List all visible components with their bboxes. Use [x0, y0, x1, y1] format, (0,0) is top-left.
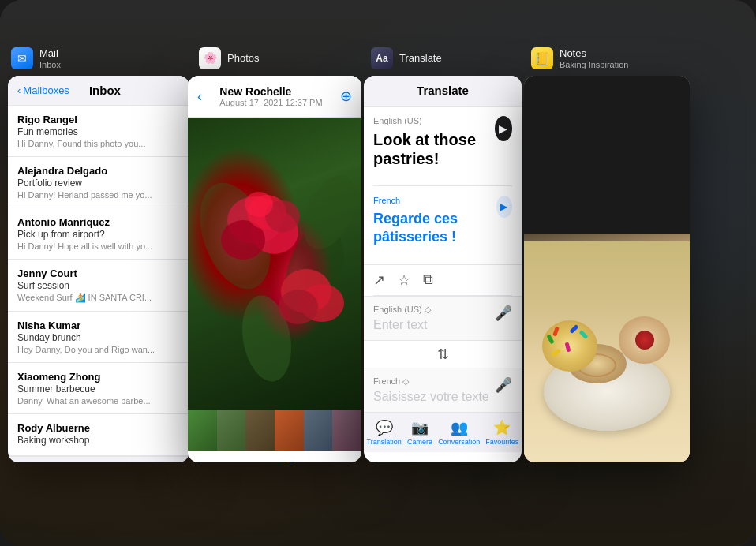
mail-item-5[interactable]: Xiaomeng Zhong Summer barbecue Danny, Wh…	[8, 363, 189, 414]
notes-app-icon: 📒	[531, 47, 553, 69]
photos-app-label: 🌸 Photos	[196, 47, 259, 69]
svg-point-11	[245, 192, 273, 217]
target-lang-label: French	[373, 196, 496, 205]
preview-4: Hey Danny, Do you and Rigo wan...	[17, 345, 180, 354]
cookie-jam	[619, 316, 670, 364]
mail-item-0[interactable]: Rigo Rangel Fun memories Hi Danny, Found…	[8, 106, 189, 157]
translate-actions: ↗ ☆ ⧉	[364, 264, 522, 295]
target-text: Regarde ces pâtisseries !	[373, 210, 496, 247]
notes-app-title-group: Notes Baking Inspiration	[560, 47, 628, 69]
translate-target-section: French Regarde ces pâtisseries ! ▶	[364, 186, 522, 264]
camera-tab-label: Camera	[407, 438, 432, 446]
translate-footer-tabs: 💬 Translation 📷 Camera 👥 Conversation ⭐ …	[364, 412, 522, 452]
thumbnail-4[interactable]	[275, 410, 304, 451]
swap-icon: ⇅	[437, 346, 449, 363]
photos-header: ‹ New Rochelle August 17, 2021 12:37 PM …	[188, 76, 361, 118]
share-button[interactable]: ⬆	[208, 460, 220, 462]
mail-inbox-title: Inbox	[89, 84, 121, 97]
notes-app-label: 📒 Notes Baking Inspiration	[528, 47, 628, 69]
subject-3: Surf session	[17, 280, 180, 291]
svg-point-14	[279, 290, 318, 324]
translation-tab-label: Translation	[367, 438, 402, 446]
sender-5: Xiaomeng Zhong	[17, 371, 180, 383]
notes-card[interactable]	[524, 76, 690, 462]
photos-location: New Rochelle	[219, 85, 322, 98]
thumbnail-3[interactable]	[245, 410, 275, 451]
heart-button[interactable]: ♡	[245, 460, 257, 462]
thumbnail-1[interactable]	[188, 410, 217, 451]
notes-title: Notes	[560, 47, 628, 60]
preview-2: Hi Danny! Hope all is well with yo...	[17, 241, 180, 251]
input-lang-label: English (US) ◇	[373, 305, 431, 315]
mail-title: Mail	[39, 47, 61, 60]
microphone-icon[interactable]: 🎤	[495, 305, 512, 322]
chevron-left-icon: ‹	[17, 84, 21, 96]
translate-app-wrapper[interactable]: Aa Translate Translate English (US) Look…	[368, 47, 522, 462]
subject-0: Fun memories	[17, 126, 180, 137]
translate-input-section[interactable]: English (US) ◇ Enter text 🎤	[364, 296, 522, 340]
translate-app-icon: Aa	[371, 47, 393, 69]
source-lang-label: English (US)	[373, 116, 495, 125]
mail-item-6[interactable]: Rody Albuerne Baking workshop	[8, 414, 189, 456]
swap-languages-button[interactable]: ⇅	[364, 340, 522, 368]
notes-app-wrapper[interactable]: 📒 Notes Baking Inspiration	[528, 47, 690, 462]
tab-favourites[interactable]: ⭐ Favourites	[485, 419, 518, 446]
notes-image	[524, 76, 690, 462]
mail-app-icon: ✉	[11, 47, 33, 69]
sender-6: Rody Albuerne	[17, 422, 180, 434]
cookie-sprinkles	[542, 320, 597, 372]
expand-icon[interactable]: ↗	[373, 271, 385, 289]
translate-header: Translate	[364, 76, 522, 107]
translate-card[interactable]: Translate English (US) Look at those pas…	[364, 76, 522, 462]
mail-card[interactable]: ‹ Mailboxes Inbox Rigo Rangel Fun memori…	[8, 76, 189, 462]
translate-app-label: Aa Translate	[368, 47, 442, 69]
subject-4: Sunday brunch	[17, 332, 180, 343]
photos-back-icon[interactable]: ‹	[197, 88, 202, 105]
mail-item-4[interactable]: Nisha Kumar Sunday brunch Hey Danny, Do …	[8, 312, 189, 363]
photos-footer: ⬆ ♡ ⓘ Edit	[188, 451, 361, 462]
translate-french-input[interactable]: French ◇ Saisissez votre texte 🎤	[364, 368, 522, 412]
translate-app-title: Translate	[417, 84, 469, 97]
subject-5: Summer barbecue	[17, 383, 180, 395]
sender-2: Antonio Manriquez	[17, 216, 180, 228]
input-placeholder[interactable]: Enter text	[373, 318, 431, 332]
tab-translation[interactable]: 💬 Translation	[367, 419, 402, 446]
preview-5: Danny, What an awesome barbe...	[17, 396, 180, 406]
copy-icon[interactable]: ⧉	[423, 271, 433, 289]
mail-item-1[interactable]: Alejandra Delgado Portfolio review Hi Da…	[8, 157, 189, 208]
svg-text:🌸: 🌸	[204, 51, 218, 65]
photos-card[interactable]: ‹ New Rochelle August 17, 2021 12:37 PM …	[188, 76, 361, 462]
photos-app-wrapper[interactable]: 🌸 Photos ‹ New Rochelle August 17, 2021 …	[196, 47, 361, 462]
microphone-french-icon[interactable]: 🎤	[495, 376, 512, 394]
favourites-tab-icon: ⭐	[493, 419, 511, 436]
mail-item-3[interactable]: Jenny Court Surf session Weekend Surf 🏄 …	[8, 260, 189, 312]
french-input-placeholder[interactable]: Saisissez votre texte	[373, 390, 489, 404]
mailboxes-label[interactable]: Mailboxes	[23, 84, 69, 96]
translation-tab-icon: 💬	[376, 419, 393, 436]
mail-item-2[interactable]: Antonio Manriquez Pick up from airport? …	[8, 208, 189, 260]
conversation-tab-icon: 👥	[451, 419, 468, 436]
mail-app-wrapper[interactable]: ✉ Mail Inbox ‹ Mailboxes Inbox	[8, 47, 189, 462]
mail-back-button[interactable]: ‹ Mailboxes	[17, 84, 69, 96]
mail-app-label: ✉ Mail Inbox	[8, 47, 61, 69]
photos-date: August 17, 2021 12:37 PM	[219, 98, 322, 107]
play-button-source[interactable]: ▶	[495, 116, 512, 141]
french-input-lang-label: French ◇	[373, 376, 489, 387]
info-button[interactable]: ⓘ	[283, 459, 297, 462]
tab-camera[interactable]: 📷 Camera	[407, 419, 432, 446]
photos-options-icon[interactable]: ⊕	[340, 88, 352, 105]
thumbnail-6[interactable]	[332, 410, 361, 451]
mail-subtitle: Inbox	[39, 60, 61, 69]
notes-subtitle: Baking Inspiration	[560, 60, 628, 69]
mail-list: Rigo Rangel Fun memories Hi Danny, Found…	[8, 106, 189, 456]
conversation-tab-label: Conversation	[438, 438, 480, 446]
thumbnail-2[interactable]	[217, 410, 246, 451]
star-icon[interactable]: ☆	[398, 271, 410, 289]
thumbnail-5[interactable]	[304, 410, 333, 451]
mail-footer: ✏ Updated Just Now	[8, 456, 189, 462]
preview-3: Weekend Surf 🏄 IN SANTA CRI...	[17, 293, 180, 303]
tab-conversation[interactable]: 👥 Conversation	[438, 419, 480, 446]
play-button-target[interactable]: ▶	[496, 196, 512, 218]
photos-thumbnails	[188, 410, 361, 451]
notes-dark-bg	[524, 76, 690, 234]
